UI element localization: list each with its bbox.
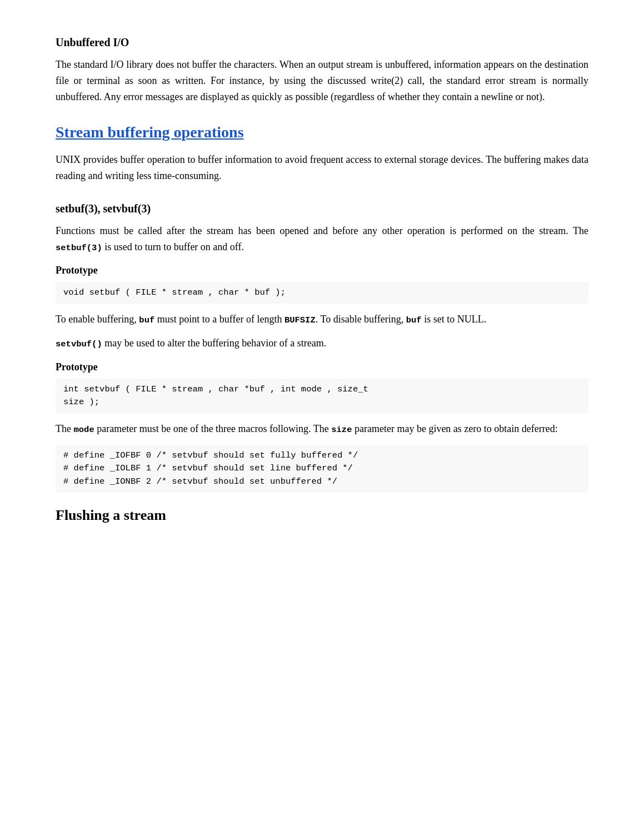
setbuf-paragraph1: Functions must be called after the strea…: [56, 223, 588, 255]
setbuf-para3-after: parameter may be given as zero to obtain…: [352, 423, 557, 434]
flushing-section: Flushing a stream: [56, 504, 588, 527]
setvbuf-inline-code: setvbuf(): [56, 339, 102, 349]
setbuf-para3-middle: parameter must be one of the three macro…: [94, 423, 332, 434]
setbuf-paragraph2: To enable buffering, buf must point to a…: [56, 311, 588, 327]
setbuf-code1: setbuf(3): [56, 243, 102, 253]
setbuf-heading: setbuf(3), setvbuf(3): [56, 200, 588, 217]
setbuf-para1-after: is used to turn to buffer on and off.: [102, 241, 244, 252]
stream-buffering-heading[interactable]: Stream buffering operations: [56, 120, 588, 145]
define-code: # define _IOFBF 0 /* setvbuf should set …: [56, 445, 588, 493]
setbuf-para1-before: Functions must be called after the strea…: [56, 225, 588, 236]
setbuf-para2-after: . To disable buffering,: [316, 314, 406, 325]
unbuffered-section: Unbuffered I/O The standard I/O library …: [56, 33, 588, 105]
prototype2-code: int setvbuf ( FILE * stream , char *buf …: [56, 379, 588, 414]
setbuf-para2-before: To enable buffering,: [56, 314, 139, 325]
prototype2-label: Prototype: [56, 359, 588, 375]
mode-code: mode: [73, 425, 94, 435]
stream-buffering-paragraph: UNIX provides buffer operation to buffer…: [56, 152, 588, 184]
flushing-heading: Flushing a stream: [56, 504, 588, 527]
setbuf-paragraph3: The mode parameter must be one of the th…: [56, 421, 588, 437]
buf-code2: buf: [406, 315, 422, 325]
buf-code1: buf: [139, 315, 154, 325]
size-code: size: [331, 425, 352, 435]
prototype1-label: Prototype: [56, 262, 588, 279]
prototype1-code: void setbuf ( FILE * stream , char * buf…: [56, 282, 588, 304]
unbuffered-heading: Unbuffered I/O: [56, 33, 588, 51]
setbuf-para2-end: is set to NULL.: [422, 314, 487, 325]
setvbuf-line-after: may be used to alter the buffering behav…: [102, 337, 327, 349]
bufsiz-code: BUFSIZ: [284, 315, 316, 325]
setvbuf-line: setvbuf() may be used to alter the buffe…: [56, 335, 588, 351]
setbuf-para3-before: The: [56, 423, 73, 434]
setbuf-para2-middle: must point to a buffer of length: [154, 314, 284, 325]
unbuffered-paragraph: The standard I/O library does not buffer…: [56, 57, 588, 105]
stream-buffering-section: Stream buffering operations UNIX provide…: [56, 120, 588, 183]
setbuf-section: setbuf(3), setvbuf(3) Functions must be …: [56, 200, 588, 493]
